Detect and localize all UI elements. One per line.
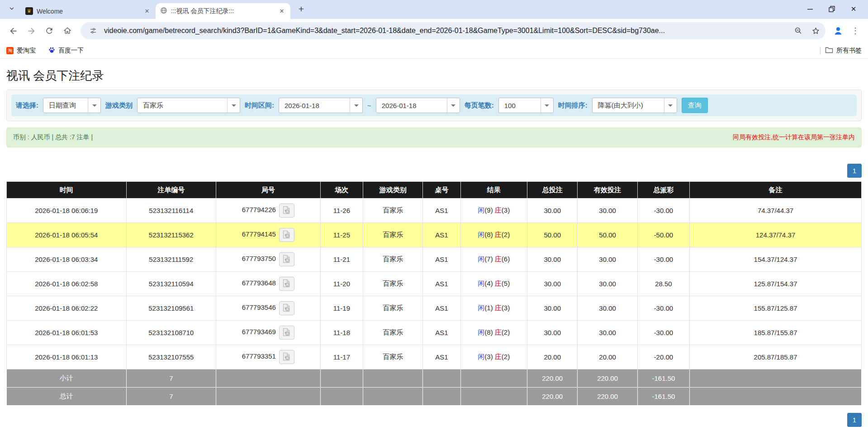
search-button[interactable]: 查询: [682, 98, 708, 113]
restore-button[interactable]: [823, 2, 841, 16]
table-row: 2026-01-18 06:02:58523132110594677793648…: [7, 272, 862, 296]
cell-table-no: AS1: [423, 199, 460, 223]
player-result: 闲: [478, 231, 484, 238]
footer-empty-result: [460, 388, 527, 406]
video-replay-button[interactable]: [279, 277, 294, 291]
cell-result: 闲(3) 庄(2): [460, 345, 527, 369]
footer-empty-remark: [690, 369, 862, 388]
footer-empty-round: [216, 369, 321, 388]
select-value: 2026-01-18: [279, 102, 350, 109]
filter-mode-select[interactable]: 日期查询: [43, 98, 101, 113]
player-result: 闲: [478, 279, 484, 287]
footer-total-bet: 220.00: [527, 388, 578, 406]
browser-toolbar: videoie.com/game/betrecord_search/kind3?…: [0, 19, 868, 43]
cell-session: 11-20: [320, 272, 363, 296]
footer-empty-game: [363, 388, 423, 406]
tab-bet-records[interactable]: :::视讯 会员下注纪录::: ✕: [156, 3, 290, 19]
back-button[interactable]: [5, 22, 22, 39]
close-tab-icon[interactable]: ✕: [143, 7, 151, 15]
menu-kebab-icon[interactable]: ⋮: [847, 23, 863, 39]
close-window-button[interactable]: ✕: [844, 2, 863, 16]
cell-result: 闲(9) 庄(3): [460, 199, 527, 223]
folder-icon: [825, 47, 833, 55]
caret-down-icon: [664, 98, 677, 113]
cell-time: 2026-01-18 06:02:58: [7, 272, 127, 296]
cell-bet-id: 523132116114: [126, 199, 216, 223]
cell-game-kind: 百家乐: [363, 223, 423, 247]
crown-favicon-icon: ♛: [25, 7, 33, 15]
zoom-out-indicator-icon[interactable]: [792, 24, 805, 37]
banker-result: 庄: [495, 231, 502, 238]
bookmarks-divider: [820, 47, 821, 55]
reload-button[interactable]: [41, 22, 58, 39]
header-time: 时间: [7, 182, 127, 199]
page-1-button[interactable]: 1: [847, 413, 862, 427]
cell-remark: 205.87/185.87: [690, 345, 862, 369]
sort-order-label: 时间排序:: [558, 101, 588, 110]
close-tab-icon[interactable]: ✕: [278, 7, 286, 15]
round-number: 677794226: [242, 206, 276, 213]
video-replay-button[interactable]: [279, 326, 294, 340]
home-button[interactable]: [59, 22, 76, 39]
cell-valid-bet: 30.00: [578, 247, 637, 272]
profile-avatar-icon[interactable]: [830, 23, 846, 39]
bookmark-baidu[interactable]: 百度一下: [48, 47, 84, 55]
cell-game-kind: 百家乐: [363, 321, 423, 345]
cell-session: 11-19: [320, 296, 363, 321]
header-round: 局号: [216, 182, 321, 199]
bookmark-star-icon[interactable]: [809, 24, 822, 37]
video-record-icon: [283, 352, 290, 362]
video-replay-button[interactable]: [279, 203, 294, 218]
video-record-icon: [283, 303, 290, 313]
cell-table-no: AS1: [423, 247, 460, 272]
pagination-top: 1: [6, 164, 862, 178]
player-result: 闲: [478, 255, 484, 263]
forward-button[interactable]: [23, 22, 40, 39]
minimize-button[interactable]: [801, 2, 819, 16]
cell-bet-id: 523132108710: [126, 321, 216, 345]
summary-bar: 币别 : 人民币 | 总共 :7 注单 | 同局有效投注,统一计算在该局第一张注…: [6, 128, 862, 147]
cell-bet-id: 523132115362: [126, 223, 216, 247]
site-settings-tune-icon[interactable]: [87, 24, 100, 37]
video-record-icon: [283, 206, 290, 216]
currency-total-summary: 币别 : 人民币 | 总共 :7 注单 |: [13, 133, 93, 142]
page-1-button[interactable]: 1: [847, 164, 862, 178]
all-bookmarks-button[interactable]: 所有书签: [825, 47, 862, 55]
tab-welcome[interactable]: ♛ Welcome ✕: [21, 3, 156, 19]
address-bar[interactable]: videoie.com/game/betrecord_search/kind3?…: [81, 22, 825, 39]
tab-search-chevron-button[interactable]: [5, 3, 18, 16]
game-kind-select[interactable]: 百家乐: [137, 98, 240, 113]
video-replay-button[interactable]: [279, 228, 294, 242]
date-start-select[interactable]: 2026-01-18: [279, 98, 363, 113]
cell-session: 11-25: [320, 223, 363, 247]
per-page-select[interactable]: 100: [498, 98, 554, 113]
video-replay-button[interactable]: [279, 301, 294, 315]
valid-bet-notice: 同局有效投注,统一计算在该局第一张注单内: [733, 133, 855, 142]
filter-panel: 请选择: 日期查询 游戏类别 百家乐 时间区间: 2026-01-18 ~ 20…: [6, 90, 862, 121]
cell-payout: -30.00: [637, 247, 689, 272]
video-replay-button[interactable]: [279, 252, 294, 266]
video-record-icon: [283, 279, 290, 289]
cell-time: 2026-01-18 06:03:34: [7, 247, 127, 272]
footer-valid-bet: 220.00: [578, 369, 637, 388]
sort-order-select[interactable]: 降冪(由大到小): [592, 98, 677, 113]
select-value: 百家乐: [138, 101, 227, 110]
cell-remark: 154.37/124.37: [690, 247, 862, 272]
table-row: 2026-01-18 06:03:34523132111592677793750…: [7, 247, 862, 272]
cell-result: 闲(7) 庄(6): [460, 247, 527, 272]
header-total-bet: 总投注: [527, 182, 578, 199]
cell-time: 2026-01-18 06:06:19: [7, 199, 127, 223]
video-record-icon: [283, 230, 290, 240]
cell-result: 闲(8) 庄(2): [460, 223, 527, 247]
banker-result: 庄: [495, 304, 502, 312]
date-end-select[interactable]: 2026-01-18: [376, 98, 460, 113]
pagination-bottom: 1: [6, 413, 862, 427]
banker-result: 庄: [495, 279, 502, 287]
new-tab-button[interactable]: +: [295, 3, 308, 15]
table-row: 2026-01-18 06:01:53523132108710677793469…: [7, 321, 862, 345]
cell-time: 2026-01-18 06:01:13: [7, 345, 127, 369]
video-replay-button[interactable]: [279, 350, 294, 364]
bookmark-aitaobao[interactable]: 淘 爱淘宝: [6, 47, 36, 55]
url-text[interactable]: videoie.com/game/betrecord_search/kind3?…: [104, 27, 787, 35]
cell-valid-bet: 20.00: [578, 345, 637, 369]
